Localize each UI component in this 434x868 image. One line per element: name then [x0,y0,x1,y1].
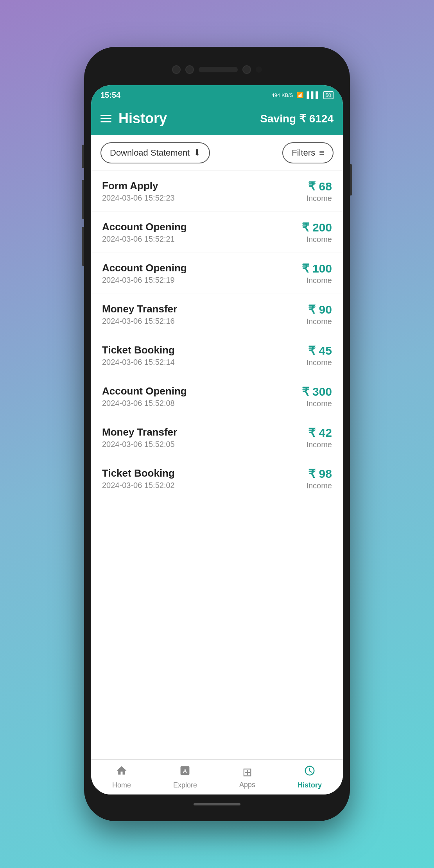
filters-button[interactable]: Filters ≡ [282,142,334,163]
nav-icon-explore [179,765,191,779]
nav-label-explore: Explore [173,781,197,789]
transaction-left-0: Form Apply 2024-03-06 15:52:23 [102,180,175,203]
wifi-icon: 📶 [296,91,304,99]
nav-item-explore[interactable]: Explore [165,762,205,793]
transaction-left-4: Ticket Booking 2024-03-06 15:52:14 [102,344,175,367]
filter-icon: ≡ [319,148,324,158]
volume-silent-button [82,145,84,168]
transaction-date-5: 2024-03-06 15:52:08 [102,399,187,408]
transaction-right-1: ₹ 200 Income [302,221,332,244]
nav-label-history: History [298,781,322,789]
transaction-item[interactable]: Money Transfer 2024-03-06 15:52:05 ₹ 42 … [91,417,343,458]
power-button [350,164,352,195]
transaction-type-4: Income [306,358,332,367]
transaction-amount-3: ₹ 90 [306,303,332,316]
transaction-date-6: 2024-03-06 15:52:05 [102,440,177,449]
transaction-right-4: ₹ 45 Income [306,344,332,367]
nav-icon-home [116,765,127,779]
camera-notch [172,65,262,74]
transaction-type-6: Income [306,440,332,449]
transaction-item[interactable]: Ticket Booking 2024-03-06 15:52:02 ₹ 98 … [91,458,343,499]
transaction-date-0: 2024-03-06 15:52:23 [102,194,175,203]
transaction-amount-6: ₹ 42 [306,426,332,439]
transaction-amount-5: ₹ 300 [302,385,332,398]
transaction-title-3: Money Transfer [102,303,177,315]
camera-dot-right [242,65,251,74]
nav-label-home: Home [112,781,131,789]
transaction-title-2: Account Opening [102,262,187,274]
transaction-right-3: ₹ 90 Income [306,303,332,326]
phone-bottom-area [91,794,343,814]
download-label: Download Statement [110,148,190,158]
transaction-title-5: Account Opening [102,385,187,397]
transaction-amount-0: ₹ 68 [306,179,332,193]
transaction-item[interactable]: Money Transfer 2024-03-06 15:52:16 ₹ 90 … [91,294,343,335]
nav-item-history[interactable]: History [290,762,330,793]
transaction-list: Form Apply 2024-03-06 15:52:23 ₹ 68 Inco… [91,171,343,759]
transaction-item[interactable]: Account Opening 2024-03-06 15:52:19 ₹ 10… [91,253,343,294]
transaction-type-0: Income [306,194,332,203]
transaction-date-4: 2024-03-06 15:52:14 [102,358,175,367]
volume-down-button [82,227,84,266]
nav-icon-history [304,765,316,779]
hamburger-line-2 [100,118,111,119]
hamburger-line-1 [100,115,111,116]
nav-label-apps: Apps [239,781,255,789]
content-area: Download Statement ⬇ Filters ≡ Form Appl… [91,135,343,759]
hamburger-line-3 [100,121,111,122]
phone-screen: 15:54 494 KB/S 📶 ▌▌▌ 50 History Saving [91,85,343,794]
page-title: History [118,110,167,127]
app-header: History Saving ₹ 6124 [91,105,343,135]
nav-item-apps[interactable]: ⊞Apps [231,762,263,792]
transaction-left-6: Money Transfer 2024-03-06 15:52:05 [102,426,177,449]
account-balance: Saving ₹ 6124 [260,112,334,125]
transaction-item[interactable]: Account Opening 2024-03-06 15:52:08 ₹ 30… [91,376,343,417]
transaction-title-4: Ticket Booking [102,344,175,356]
transaction-date-3: 2024-03-06 15:52:16 [102,317,177,326]
transaction-title-7: Ticket Booking [102,467,175,479]
transaction-item[interactable]: Form Apply 2024-03-06 15:52:23 ₹ 68 Inco… [91,171,343,212]
transaction-type-3: Income [306,317,332,326]
volume-up-button [82,180,84,219]
status-right-icons: 494 KB/S 📶 ▌▌▌ 50 [272,91,334,99]
transaction-date-7: 2024-03-06 15:52:02 [102,481,175,490]
download-statement-button[interactable]: Download Statement ⬇ [100,142,210,163]
bottom-navigation: HomeExplore⊞AppsHistory [91,759,343,794]
transaction-type-5: Income [302,399,332,408]
front-camera [185,65,194,74]
transaction-date-2: 2024-03-06 15:52:19 [102,276,187,285]
transaction-type-1: Income [302,235,332,244]
transaction-type-7: Income [306,481,332,490]
transaction-right-7: ₹ 98 Income [306,467,332,490]
nav-item-home[interactable]: Home [104,762,139,793]
transaction-amount-2: ₹ 100 [302,262,332,275]
phone-top-area [91,54,343,85]
transaction-item[interactable]: Account Opening 2024-03-06 15:52:21 ₹ 20… [91,212,343,253]
data-speed: 494 KB/S [272,92,293,98]
transaction-right-5: ₹ 300 Income [302,385,332,408]
transaction-date-1: 2024-03-06 15:52:21 [102,235,187,244]
transaction-right-6: ₹ 42 Income [306,426,332,449]
transaction-type-2: Income [302,276,332,285]
status-bar: 15:54 494 KB/S 📶 ▌▌▌ 50 [91,85,343,105]
filters-label: Filters [292,148,315,158]
transaction-left-5: Account Opening 2024-03-06 15:52:08 [102,385,187,408]
earpiece-speaker [199,67,238,72]
proximity-sensor [256,66,262,73]
signal-icon: ▌▌▌ [307,91,320,99]
transaction-right-0: ₹ 68 Income [306,179,332,203]
transaction-left-3: Money Transfer 2024-03-06 15:52:16 [102,303,177,326]
transaction-title-6: Money Transfer [102,426,177,438]
transaction-item[interactable]: Ticket Booking 2024-03-06 15:52:14 ₹ 45 … [91,335,343,376]
transaction-left-2: Account Opening 2024-03-06 15:52:19 [102,262,187,285]
transaction-amount-7: ₹ 98 [306,467,332,481]
transaction-left-7: Ticket Booking 2024-03-06 15:52:02 [102,467,175,490]
transaction-title-1: Account Opening [102,221,187,233]
transaction-left-1: Account Opening 2024-03-06 15:52:21 [102,221,187,244]
transaction-amount-4: ₹ 45 [306,344,332,357]
camera-dot-left [172,65,181,74]
menu-button[interactable] [100,115,111,122]
header-left: History [100,110,167,127]
transaction-right-2: ₹ 100 Income [302,262,332,285]
nav-icon-apps: ⊞ [242,765,252,779]
